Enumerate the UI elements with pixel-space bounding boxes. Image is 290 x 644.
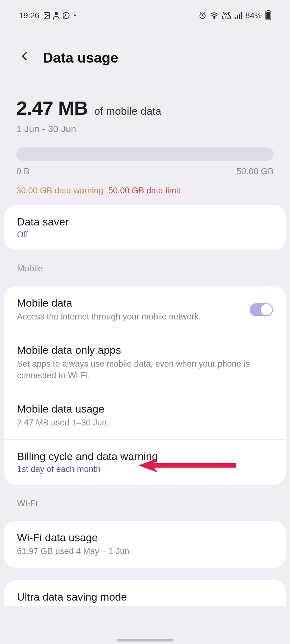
ultra-card: Ultra data saving mode (4, 580, 286, 606)
mobile-data-item[interactable]: Mobile data Access the internet through … (4, 286, 286, 333)
mobile-data-toggle[interactable] (250, 303, 273, 316)
image-icon (43, 12, 51, 19)
mobile-data-usage-title: Mobile data usage (17, 403, 273, 415)
data-saver-card: Data saver Off (4, 205, 286, 250)
billing-cycle-title: Billing cycle and data warning (17, 450, 273, 463)
battery-percentage: 84% (245, 11, 262, 20)
data-saver-title: Data saver (17, 216, 273, 228)
svg-rect-9 (241, 12, 242, 19)
volte-indicator: Vo)) LTE1 (222, 12, 231, 19)
mobile-data-sub: Access the internet through your mobile … (17, 311, 243, 322)
svg-point-2 (55, 12, 58, 15)
svg-point-1 (45, 14, 46, 15)
data-warning-badge: 30.00 GB data warning (16, 186, 103, 196)
status-left: 19:26 (19, 11, 76, 20)
progress-min: 0 B (16, 166, 30, 176)
wifi-section-label: Wi-Fi (0, 485, 290, 511)
back-button[interactable] (16, 47, 33, 69)
battery-icon (265, 11, 271, 20)
ultra-saving-item[interactable]: Ultra data saving mode (4, 580, 286, 606)
status-time: 19:26 (19, 11, 39, 20)
billing-cycle-item[interactable]: Billing cycle and data warning 1st day o… (4, 440, 286, 485)
signal-icon (235, 12, 242, 19)
person-icon (53, 11, 60, 19)
wifi-card: Wi-Fi data usage 61.97 GB used 4 May – 1… (4, 521, 286, 568)
mobile-data-usage-sub: 2.47 MB used 1–30 Jun (17, 417, 273, 428)
status-notification-icons (43, 11, 70, 19)
svg-rect-7 (237, 15, 238, 19)
usage-date-range: 1 Jun - 30 Jun (16, 124, 274, 134)
data-limit-badge: 50.00 GB data limit (108, 186, 181, 196)
usage-progress-bar (16, 147, 274, 161)
wifi-icon (210, 12, 219, 19)
usage-warning-line: 30.00 GB data warning 50.00 GB data limi… (16, 186, 274, 196)
mobile-data-title: Mobile data (17, 297, 243, 309)
alarm-icon (198, 11, 207, 19)
mobile-only-apps-title: Mobile data only apps (17, 344, 273, 356)
wifi-data-usage-title: Wi-Fi data usage (17, 531, 273, 544)
svg-rect-8 (239, 14, 240, 19)
mobile-card: Mobile data Access the internet through … (4, 286, 286, 485)
gesture-handle[interactable] (117, 639, 173, 641)
page-header: Data usage (0, 22, 290, 78)
mobile-only-apps-sub: Set apps to always use mobile data, even… (17, 358, 273, 381)
wifi-data-usage-item[interactable]: Wi-Fi data usage 61.97 GB used 4 May – 1… (4, 521, 286, 568)
mobile-only-apps-item[interactable]: Mobile data only apps Set apps to always… (4, 333, 286, 392)
status-right: Vo)) LTE1 84% (198, 11, 271, 20)
progress-max: 50.00 GB (237, 166, 274, 176)
mobile-section-label: Mobile (0, 250, 290, 277)
usage-amount: 2.47 MB (16, 97, 88, 119)
wifi-data-usage-sub: 61.97 GB used 4 May – 1 Jun (17, 546, 273, 557)
more-notifications-dot (74, 14, 76, 16)
usage-of-label: of mobile data (94, 105, 161, 117)
mobile-data-usage-item[interactable]: Mobile data usage 2.47 MB used 1–30 Jun (4, 392, 286, 439)
whatsapp-icon (62, 11, 70, 19)
svg-point-5 (214, 18, 215, 19)
billing-cycle-sub: 1st day of each month (17, 464, 273, 474)
page-title: Data usage (43, 50, 118, 66)
data-saver-status: Off (17, 230, 273, 240)
status-bar: 19:26 Vo)) LTE1 84% (0, 0, 290, 22)
data-saver-item[interactable]: Data saver Off (4, 205, 286, 250)
usage-summary: 2.47 MB of mobile data 1 Jun - 30 Jun 0 … (0, 78, 290, 196)
svg-rect-6 (235, 17, 236, 19)
ultra-saving-title: Ultra data saving mode (17, 591, 273, 603)
